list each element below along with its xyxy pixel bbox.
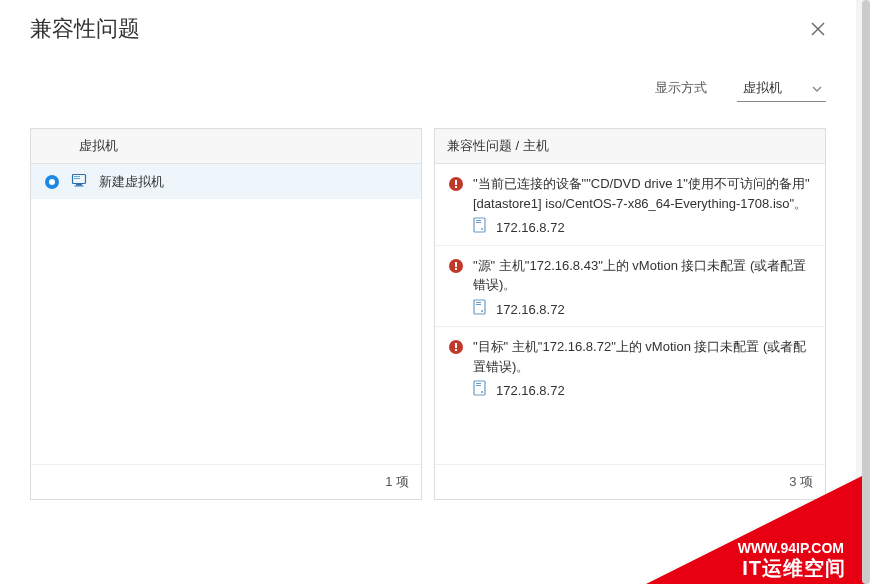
svg-point-14 [481, 310, 483, 312]
issues-header: 兼容性问题 / 主机 [435, 129, 825, 164]
issue-message: "源" 主机"172.16.8.43"上的 vMotion 接口未配置 (或者配… [473, 256, 811, 295]
vm-list-footer: 1 项 [31, 464, 421, 499]
issue-row: "源" 主机"172.16.8.43"上的 vMotion 接口未配置 (或者配… [435, 246, 825, 328]
radio-selected-icon [45, 175, 59, 189]
vm-name: 新建虚拟机 [99, 173, 164, 191]
issues-footer: 3 项 [435, 464, 825, 499]
vm-row[interactable]: 新建虚拟机 [31, 164, 421, 199]
svg-rect-17 [476, 385, 481, 386]
watermark-text: IT运维空间 [742, 555, 846, 582]
svg-rect-12 [476, 302, 481, 303]
svg-rect-9 [476, 222, 481, 223]
dialog-title: 兼容性问题 [30, 14, 140, 44]
display-mode-label: 显示方式 [655, 79, 707, 97]
host-icon [473, 380, 486, 402]
svg-rect-8 [476, 220, 481, 221]
vm-list-header: 虚拟机 [31, 129, 421, 164]
error-icon [449, 340, 463, 354]
issue-host: 172.16.8.72 [496, 381, 565, 401]
svg-rect-3 [76, 184, 82, 186]
issue-row: "目标" 主机"172.16.8.72"上的 vMotion 接口未配置 (或者… [435, 327, 825, 408]
issue-message: "目标" 主机"172.16.8.72"上的 vMotion 接口未配置 (或者… [473, 337, 811, 376]
chevron-down-icon [812, 80, 822, 95]
svg-rect-5 [74, 176, 80, 177]
watermark-url: WWW.94IP.COM [738, 540, 844, 556]
error-icon [449, 177, 463, 191]
svg-rect-6 [74, 178, 80, 179]
error-icon [449, 259, 463, 273]
vm-icon [71, 172, 87, 191]
svg-point-10 [481, 228, 483, 230]
svg-rect-4 [75, 186, 84, 187]
issue-host: 172.16.8.72 [496, 300, 565, 320]
host-icon [473, 217, 486, 239]
svg-rect-16 [476, 383, 481, 384]
display-mode-value: 虚拟机 [743, 79, 782, 97]
svg-rect-13 [476, 304, 481, 305]
host-icon [473, 299, 486, 321]
issue-host: 172.16.8.72 [496, 218, 565, 238]
toolbar: 显示方式 虚拟机 [30, 68, 826, 108]
svg-point-18 [481, 391, 483, 393]
issue-message: "当前已连接的设备""CD/DVD drive 1"使用不可访问的备用"[dat… [473, 174, 811, 213]
issues-panel: 兼容性问题 / 主机 "当前已连接的设备""CD/DVD drive 1"使用不… [434, 128, 826, 500]
display-mode-dropdown[interactable]: 虚拟机 [737, 75, 826, 102]
close-icon[interactable] [810, 21, 826, 37]
vm-list-panel: 虚拟机 新建虚拟机 1 项 [30, 128, 422, 500]
issue-row: "当前已连接的设备""CD/DVD drive 1"使用不可访问的备用"[dat… [435, 164, 825, 246]
